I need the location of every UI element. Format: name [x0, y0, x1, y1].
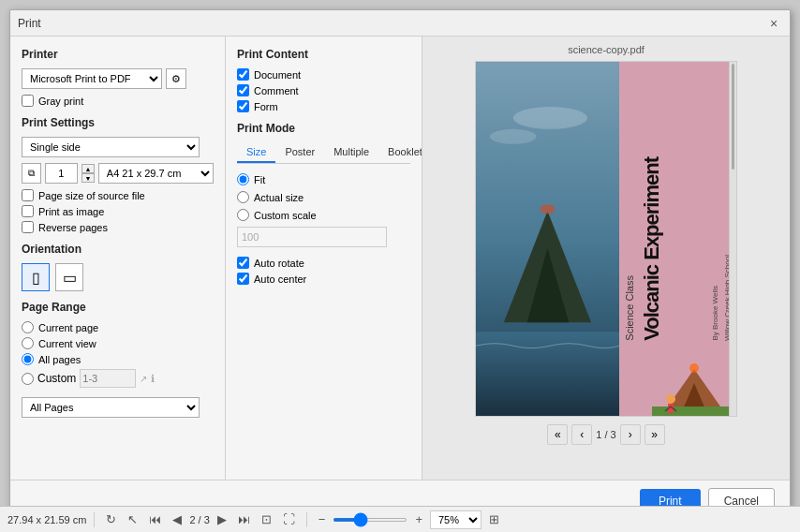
print-dialog: Print × Printer Microsoft Print to PDF ⚙ — [9, 9, 791, 523]
copies-row: ⧉ ▲ ▼ A4 21 x 29.7 cm — [22, 163, 214, 184]
decorative-art — [652, 350, 736, 416]
page-indicator: 1 / 3 — [596, 429, 615, 440]
current-page-radio[interactable] — [22, 321, 34, 333]
printer-settings-button[interactable]: ⚙ — [166, 68, 186, 89]
document-checkbox[interactable] — [237, 68, 249, 81]
single-side-select[interactable]: Single side — [22, 137, 200, 157]
volcanic-title-text: Volcanic Experiment — [640, 157, 664, 341]
toolbar-first-button[interactable]: ⏮ — [145, 510, 165, 528]
current-view-label: Current view — [38, 338, 96, 349]
custom-scale-label: Custom scale — [254, 210, 317, 221]
main-content: Printer Microsoft Print to PDF ⚙ Gray pr… — [10, 37, 790, 480]
scale-input[interactable] — [237, 227, 387, 247]
toolbar-grid-button[interactable]: ⊞ — [485, 510, 503, 528]
size-tab-content: Fit Actual size Custom scale — [237, 173, 410, 285]
zoom-select[interactable]: 75% 50% 100% 125% 150% — [430, 510, 481, 529]
zoom-in-button[interactable]: + — [411, 510, 426, 528]
actual-size-radio[interactable] — [237, 191, 249, 203]
paper-size-select[interactable]: A4 21 x 29.7 cm — [98, 163, 214, 184]
toolbar-next-button[interactable]: ▶ — [214, 510, 230, 528]
zoom-slider[interactable] — [333, 518, 407, 522]
left-panel: Printer Microsoft Print to PDF ⚙ Gray pr… — [10, 37, 226, 480]
print-content-section: Print Content Document Comment Form — [237, 48, 410, 112]
auto-rotate-checkbox[interactable] — [237, 257, 249, 269]
auto-center-checkbox[interactable] — [237, 273, 249, 285]
copies-icon: ⧉ — [28, 168, 35, 179]
print-mode-tabs: Size Poster Multiple Booklet — [237, 142, 410, 164]
orientation-buttons: ▯ ▭ — [22, 263, 214, 291]
custom-info-icon: ℹ — [151, 373, 155, 385]
custom-label: Custom — [37, 372, 76, 385]
custom-radio[interactable] — [22, 373, 34, 385]
dialog-title: Print — [18, 17, 41, 30]
print-as-image-label: Print as image — [38, 206, 104, 217]
toolbar-fullscreen-button[interactable]: ⛶ — [279, 510, 299, 528]
fit-option: Fit — [237, 173, 410, 185]
comment-label: Comment — [254, 85, 299, 96]
toolbar-cursor-button[interactable]: ↖ — [124, 510, 141, 528]
all-pages-radio[interactable] — [22, 353, 34, 365]
page-size-source-checkbox[interactable] — [22, 189, 34, 201]
current-page-label: Current page — [38, 322, 98, 333]
custom-range-input[interactable] — [80, 369, 136, 388]
tab-size[interactable]: Size — [237, 142, 275, 163]
reverse-pages-checkbox[interactable] — [22, 221, 34, 233]
all-pages-select[interactable]: All Pages Odd pages only Even pages only — [22, 397, 200, 418]
print-as-image-checkbox[interactable] — [22, 205, 34, 217]
current-view-radio[interactable] — [22, 337, 34, 349]
copies-icon-button[interactable]: ⧉ — [22, 163, 41, 184]
toolbar-prev-button[interactable]: ◀ — [169, 510, 185, 528]
tab-multiple[interactable]: Multiple — [324, 142, 378, 163]
custom-scale-radio[interactable] — [237, 209, 249, 221]
landscape-button[interactable]: ▭ — [55, 263, 83, 291]
preview-filename: science-copy.pdf — [568, 44, 644, 55]
orientation-title: Orientation — [22, 243, 214, 256]
fit-label: Fit — [254, 174, 265, 185]
close-button[interactable]: × — [765, 15, 782, 32]
printer-select[interactable]: Microsoft Print to PDF — [22, 68, 162, 89]
zoom-out-button[interactable]: − — [315, 510, 330, 528]
author-text: By Brooke Wells — [711, 286, 719, 341]
print-mode-title: Print Mode — [237, 122, 410, 135]
cover-left — [476, 62, 619, 416]
tab-booklet[interactable]: Booklet — [378, 142, 422, 163]
custom-scale-option: Custom scale — [237, 209, 410, 221]
science-class-text: Science Class — [624, 275, 635, 341]
print-settings-section: Print Settings Single side ⧉ ▲ ▼ — [22, 116, 214, 233]
portrait-button[interactable]: ▯ — [22, 263, 50, 291]
copies-input[interactable] — [45, 163, 78, 184]
tab-poster[interactable]: Poster — [275, 142, 324, 163]
book-cover: Science Class Volcanic Experiment Willow… — [476, 62, 736, 416]
svg-point-1 — [513, 107, 587, 129]
title-bar: Print × — [10, 10, 790, 37]
current-view-row: Current view — [22, 337, 214, 349]
copies-up-button[interactable]: ▲ — [81, 164, 95, 173]
last-page-button[interactable]: » — [644, 424, 665, 445]
svg-point-2 — [490, 129, 537, 144]
actual-size-label: Actual size — [254, 192, 304, 203]
gray-print-label: Gray print — [38, 96, 83, 107]
preview-image: ≡ — [475, 61, 737, 417]
single-side-row: Single side — [22, 137, 214, 157]
print-mode-section: Print Mode Size Poster Multiple Booklet … — [237, 122, 410, 285]
toolbar-last-button[interactable]: ⏭ — [234, 510, 254, 528]
comment-checkbox[interactable] — [237, 84, 249, 96]
preview-scrollbar — [729, 62, 736, 416]
page-range-title: Page Range — [22, 301, 214, 314]
copies-down-button[interactable]: ▼ — [81, 173, 95, 183]
print-settings-title: Print Settings — [22, 116, 214, 129]
gray-print-checkbox[interactable] — [22, 95, 34, 107]
landscape-icon: ▭ — [63, 269, 77, 287]
next-page-button[interactable]: › — [620, 424, 641, 445]
all-pages-row: All pages — [22, 353, 214, 365]
comment-row: Comment — [237, 84, 410, 96]
toolbar-fit-button[interactable]: ⊡ — [258, 510, 275, 528]
orientation-section: Orientation ▯ ▭ — [22, 243, 214, 291]
form-checkbox[interactable] — [237, 100, 249, 112]
fit-radio[interactable] — [237, 173, 249, 185]
printer-section: Printer Microsoft Print to PDF ⚙ Gray pr… — [22, 48, 214, 107]
toolbar-rotate-button[interactable]: ↻ — [102, 510, 120, 528]
prev-page-button[interactable]: ‹ — [571, 424, 592, 445]
first-page-button[interactable]: « — [547, 424, 568, 445]
current-page-row: Current page — [22, 321, 214, 333]
